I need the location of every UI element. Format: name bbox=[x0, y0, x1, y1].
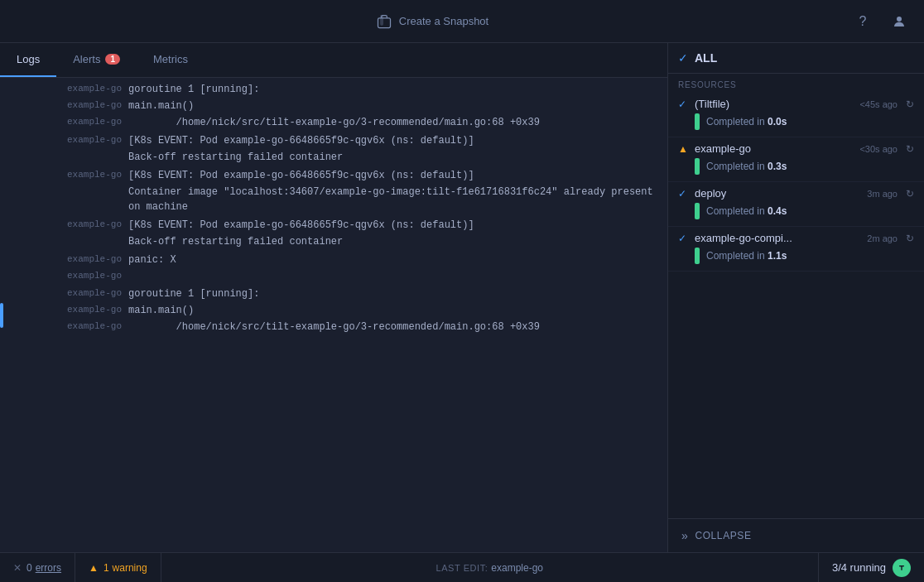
log-source: example-go bbox=[0, 320, 128, 334]
top-nav: Create a Snapshot ? bbox=[0, 0, 924, 43]
resource-item-deploy[interactable]: ✓ deploy 3m ago ↻ Completed in 0.4s bbox=[668, 182, 924, 227]
log-row: Container image "localhost:34607/example… bbox=[0, 184, 667, 215]
log-text: goroutine 1 [running]: bbox=[128, 82, 266, 97]
log-row: example-go panic: X bbox=[0, 252, 667, 268]
completed-text: Completed in 0.4s bbox=[706, 205, 787, 217]
all-label: ALL bbox=[695, 51, 717, 65]
snapshot-button[interactable]: Create a Snapshot bbox=[376, 13, 488, 30]
resource-item-example-go-compi[interactable]: ✓ example-go-compi... 2m ago ↻ Completed… bbox=[668, 227, 924, 272]
resource-refresh-icon[interactable]: ↻ bbox=[906, 143, 914, 155]
log-row: Back-off restarting failed container bbox=[0, 149, 667, 166]
log-row: example-go bbox=[0, 268, 667, 284]
tab-alerts[interactable]: Alerts 1 bbox=[56, 43, 137, 77]
user-button[interactable] bbox=[888, 10, 911, 33]
log-row: example-go goroutine 1 [running]: bbox=[0, 81, 667, 98]
resources-label: RESOURCES bbox=[668, 74, 924, 93]
warning-icon: ▲ bbox=[678, 143, 690, 155]
log-row: example-go main.main() bbox=[0, 98, 667, 114]
warnings-section: ▲ 1 warning bbox=[75, 553, 161, 582]
log-text: main.main() bbox=[128, 303, 200, 318]
log-content[interactable]: example-go goroutine 1 [running]: exampl… bbox=[0, 78, 667, 552]
warning-triangle-icon: ▲ bbox=[89, 562, 99, 574]
tab-metrics-label: Metrics bbox=[153, 53, 188, 65]
resource-header: ✓ deploy 3m ago ↻ bbox=[678, 187, 914, 200]
log-source: example-go bbox=[0, 218, 128, 233]
log-row: Back-off restarting failed container bbox=[0, 233, 667, 250]
log-source: example-go bbox=[0, 99, 128, 113]
resource-name: example-go bbox=[695, 142, 854, 155]
resource-refresh-icon[interactable]: ↻ bbox=[906, 99, 914, 110]
log-scroll-wrapper: example-go goroutine 1 [running]: exampl… bbox=[0, 78, 667, 552]
log-source: example-go bbox=[0, 115, 128, 130]
log-text: goroutine 1 [running]: bbox=[128, 286, 266, 301]
log-source bbox=[0, 150, 128, 165]
warnings-number: 1 bbox=[103, 562, 109, 574]
errors-count: 0 errors bbox=[26, 562, 61, 574]
resource-progress: Completed in 0.4s bbox=[678, 203, 914, 219]
svg-point-2 bbox=[897, 17, 902, 22]
log-text: [K8s EVENT: Pod example-go-6648665f9c-qg… bbox=[128, 218, 481, 233]
resource-refresh-icon[interactable]: ↻ bbox=[906, 233, 914, 244]
progress-bar bbox=[695, 113, 700, 130]
collapse-label: COLLAPSE bbox=[695, 530, 751, 541]
errors-x-icon: ✕ bbox=[13, 562, 22, 574]
last-edit-label: LAST EDIT: bbox=[436, 563, 488, 573]
svg-rect-0 bbox=[378, 17, 390, 27]
log-source: example-go bbox=[0, 303, 128, 318]
log-source: example-go bbox=[0, 168, 128, 183]
completed-time: 0.0s bbox=[768, 116, 787, 127]
snapshot-label: Create a Snapshot bbox=[399, 15, 488, 27]
running-icon bbox=[893, 559, 911, 577]
completed-text: Completed in 0.0s bbox=[706, 116, 787, 127]
resource-name: (Tiltfile) bbox=[695, 98, 854, 110]
completed-text: Completed in 0.3s bbox=[706, 161, 787, 172]
log-row: example-go [K8s EVENT: Pod example-go-66… bbox=[0, 217, 667, 233]
svg-rect-1 bbox=[381, 15, 383, 25]
resource-name: example-go-compi... bbox=[695, 232, 862, 244]
errors-link[interactable]: errors bbox=[36, 562, 61, 574]
sidebar-all-row[interactable]: ✓ ALL bbox=[668, 43, 924, 74]
tab-logs-label: Logs bbox=[17, 53, 40, 65]
log-row: example-go /home/nick/src/tilt-example-g… bbox=[0, 319, 667, 335]
collapse-button[interactable]: » COLLAPSE bbox=[668, 518, 924, 552]
warnings-count: 1 warning bbox=[103, 562, 147, 574]
help-button[interactable]: ? bbox=[851, 10, 874, 33]
log-text: [K8s EVENT: Pod example-go-6648665f9c-qg… bbox=[128, 133, 481, 148]
resource-name: deploy bbox=[695, 187, 862, 200]
nav-icons: ? bbox=[851, 10, 911, 33]
main-content: Logs Alerts 1 Metrics example-go gorouti… bbox=[0, 43, 924, 552]
log-row: example-go goroutine 1 [running]: bbox=[0, 286, 667, 302]
log-row: example-go [K8s EVENT: Pod example-go-66… bbox=[0, 167, 667, 184]
resource-list: ✓ (Tiltfile) <45s ago ↻ Completed in 0.0… bbox=[668, 93, 924, 272]
tab-logs[interactable]: Logs bbox=[0, 43, 56, 77]
resource-progress: Completed in 1.1s bbox=[678, 248, 914, 264]
resource-item-example-go[interactable]: ▲ example-go <30s ago ↻ Completed in 0.3… bbox=[668, 137, 924, 182]
log-row: example-go [K8s EVENT: Pod example-go-66… bbox=[0, 132, 667, 149]
last-edit-value: example-go bbox=[491, 562, 543, 574]
log-text: Back-off restarting failed container bbox=[128, 150, 349, 165]
resource-time: 3m ago bbox=[867, 189, 898, 199]
resource-time: <45s ago bbox=[859, 99, 898, 109]
log-panel: Logs Alerts 1 Metrics example-go gorouti… bbox=[0, 43, 667, 552]
log-source: example-go bbox=[0, 82, 128, 97]
log-text: Back-off restarting failed container bbox=[128, 234, 349, 249]
log-source bbox=[0, 234, 128, 249]
log-source: example-go bbox=[0, 286, 128, 301]
tab-metrics[interactable]: Metrics bbox=[137, 43, 205, 77]
tab-alerts-label: Alerts bbox=[73, 53, 100, 65]
resource-item-tiltfile[interactable]: ✓ (Tiltfile) <45s ago ↻ Completed in 0.0… bbox=[668, 93, 924, 137]
completed-time: 0.3s bbox=[768, 161, 787, 172]
running-label: 3/4 running bbox=[832, 561, 886, 574]
resource-refresh-icon[interactable]: ↻ bbox=[906, 188, 914, 200]
warnings-label: warning bbox=[113, 562, 147, 574]
errors-section: ✕ 0 errors bbox=[0, 553, 75, 582]
log-row: example-go main.main() bbox=[0, 302, 667, 319]
log-source: example-go bbox=[0, 253, 128, 267]
tabs: Logs Alerts 1 Metrics bbox=[0, 43, 667, 78]
right-sidebar: ✓ ALL RESOURCES ✓ (Tiltfile) <45s ago ↻ … bbox=[667, 43, 924, 552]
check-icon: ✓ bbox=[678, 188, 690, 200]
log-text: main.main() bbox=[128, 99, 200, 113]
completed-time: 0.4s bbox=[768, 205, 787, 217]
resource-header: ▲ example-go <30s ago ↻ bbox=[678, 142, 914, 155]
user-icon bbox=[892, 14, 907, 29]
